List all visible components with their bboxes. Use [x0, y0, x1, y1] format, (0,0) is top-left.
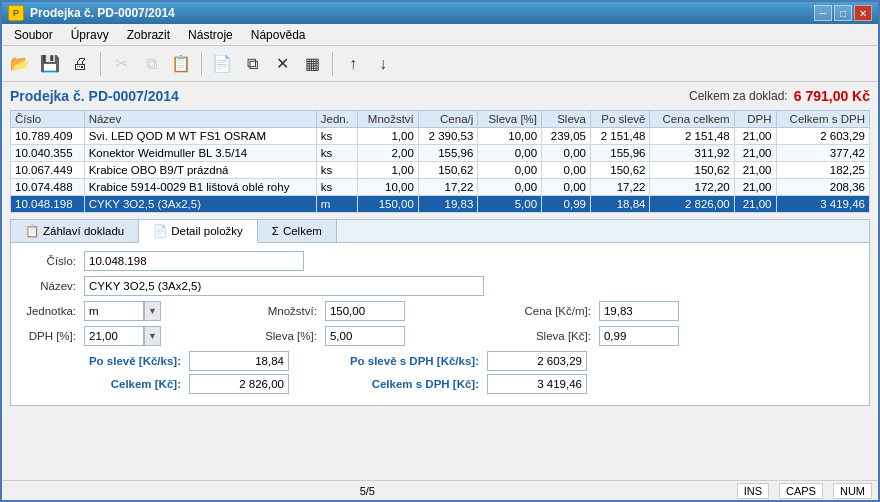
summary-section: Po slevě [Kč/ks]: Celkem [Kč]: Po slevě …	[21, 351, 859, 397]
po-sleve-dph-input[interactable]	[487, 351, 587, 371]
table-cell: 2 151,48	[650, 128, 734, 145]
cislo-label: Číslo:	[21, 255, 76, 267]
tab-zahlavi-icon: 📋	[25, 224, 39, 238]
table-cell: 18,84	[590, 196, 650, 213]
dph-dropdown[interactable]: ▼	[144, 326, 161, 346]
table-cell: 150,62	[650, 162, 734, 179]
sleva-kc-input[interactable]	[599, 326, 679, 346]
caps-indicator: CAPS	[779, 483, 823, 499]
po-sleve-label: Po slevě [Kč/ks]:	[21, 355, 181, 367]
celkem-input[interactable]	[189, 374, 289, 394]
table-cell: 150,62	[590, 162, 650, 179]
table-row[interactable]: 10.048.198CYKY 3O2,5 (3Ax2,5)m150,0019,8…	[11, 196, 870, 213]
menu-soubor[interactable]: Soubor	[6, 26, 61, 44]
cena-label: Cena [Kč/m]:	[501, 305, 591, 317]
table-cell: 2 390,53	[418, 128, 478, 145]
tab-celkem-icon: Σ	[272, 225, 279, 237]
table-cell: 1,00	[357, 128, 418, 145]
grid-button[interactable]: ▦	[298, 50, 326, 78]
toolbar-sep-2	[201, 52, 202, 76]
table-cell: ks	[316, 145, 357, 162]
form-row-cislo: Číslo:	[21, 251, 859, 271]
table-cell: 172,20	[650, 179, 734, 196]
table-cell: 377,42	[776, 145, 870, 162]
sleva-pct-input[interactable]	[325, 326, 405, 346]
tab-zahlavi-label: Záhlaví dokladu	[43, 225, 124, 237]
title-bar: P Prodejka č. PD-0007/2014 ─ □ ✕	[2, 2, 878, 24]
tab-panel: 📋 Záhlaví dokladu 📄 Detail položky Σ Cel…	[10, 219, 870, 406]
toolbar-sep-3	[332, 52, 333, 76]
print-button[interactable]: 🖨	[66, 50, 94, 78]
jednotka-dropdown[interactable]: ▼	[144, 301, 161, 321]
col-po-sleve: Po slevě	[590, 111, 650, 128]
po-sleve-dph-label: Po slevě s DPH [Kč/ks]:	[319, 355, 479, 367]
table-row[interactable]: 10.040.355Konektor Weidmuller BL 3.5/14k…	[11, 145, 870, 162]
main-window: P Prodejka č. PD-0007/2014 ─ □ ✕ Soubor …	[0, 0, 880, 502]
tab-celkem[interactable]: Σ Celkem	[258, 220, 337, 242]
table-cell: 10.067.449	[11, 162, 85, 179]
table-row[interactable]: 10.789.409Svi. LED QOD M WT FS1 OSRAMks1…	[11, 128, 870, 145]
copy-doc-button[interactable]: ⧉	[238, 50, 266, 78]
window-controls: ─ □ ✕	[814, 5, 872, 21]
table-cell: 10.040.355	[11, 145, 85, 162]
ins-indicator: INS	[737, 483, 769, 499]
cena-input[interactable]	[599, 301, 679, 321]
arrow-down-button[interactable]: ↓	[369, 50, 397, 78]
table-row[interactable]: 10.067.449Krabice OBO B9/T prázdnáks1,00…	[11, 162, 870, 179]
tab-zahlavi[interactable]: 📋 Záhlaví dokladu	[11, 220, 139, 242]
save-button[interactable]: 💾	[36, 50, 64, 78]
jednotka-label: Jednotka:	[21, 305, 76, 317]
table-cell: ks	[316, 162, 357, 179]
maximize-button[interactable]: □	[834, 5, 852, 21]
table-cell: 239,05	[542, 128, 591, 145]
table-cell: 0,00	[478, 179, 542, 196]
window-title: Prodejka č. PD-0007/2014	[30, 6, 175, 20]
menu-napoveda[interactable]: Nápověda	[243, 26, 314, 44]
tab-detail-label: Detail položky	[171, 225, 243, 237]
open-folder-button[interactable]: 📂	[6, 50, 34, 78]
table-cell: ks	[316, 179, 357, 196]
minimize-button[interactable]: ─	[814, 5, 832, 21]
po-sleve-input[interactable]	[189, 351, 289, 371]
total-label: Celkem za doklad:	[689, 89, 788, 103]
detail-tab-content: Číslo: Název: Jednotka: ▼ Množství:	[11, 243, 869, 405]
summary-celkem: Celkem [Kč]:	[21, 374, 289, 394]
jednotka-input[interactable]	[84, 301, 144, 321]
col-cena-j: Cena/j	[418, 111, 478, 128]
new-button[interactable]: 📄	[208, 50, 236, 78]
table-cell: 10,00	[478, 128, 542, 145]
table-cell: 0,00	[542, 179, 591, 196]
copy-button[interactable]: ⧉	[137, 50, 165, 78]
content-area: Prodejka č. PD-0007/2014 Celkem za dokla…	[2, 82, 878, 480]
table-cell: Krabice OBO B9/T prázdná	[84, 162, 316, 179]
form-row-multi2: DPH [%]: ▼ Sleva [%]: Sleva [Kč]:	[21, 326, 859, 346]
document-title: Prodejka č. PD-0007/2014	[10, 88, 179, 104]
page-indicator: 5/5	[360, 485, 375, 497]
dph-input[interactable]	[84, 326, 144, 346]
dph-label: DPH [%]:	[21, 330, 76, 342]
table-cell: 0,00	[542, 145, 591, 162]
table-cell: 311,92	[650, 145, 734, 162]
menu-zobrazit[interactable]: Zobrazit	[119, 26, 178, 44]
cislo-input[interactable]	[84, 251, 304, 271]
close-button[interactable]: ✕	[854, 5, 872, 21]
menu-nastroje[interactable]: Nástroje	[180, 26, 241, 44]
table-row[interactable]: 10.074.488Krabice 5914-0029 B1 lištová o…	[11, 179, 870, 196]
nazev-input[interactable]	[84, 276, 484, 296]
table-cell: 21,00	[734, 179, 776, 196]
tab-detail[interactable]: 📄 Detail položky	[139, 220, 258, 243]
celkem-dph-input[interactable]	[487, 374, 587, 394]
table-cell: 10.074.488	[11, 179, 85, 196]
paste-button[interactable]: 📋	[167, 50, 195, 78]
arrow-up-button[interactable]: ↑	[339, 50, 367, 78]
table-cell: 0,00	[478, 162, 542, 179]
cut-button[interactable]: ✂	[107, 50, 135, 78]
col-celkem-dph: Celkem s DPH	[776, 111, 870, 128]
delete-button[interactable]: ✕	[268, 50, 296, 78]
summary-celkem-dph: Celkem s DPH [Kč]:	[319, 374, 587, 394]
menu-upravy[interactable]: Úpravy	[63, 26, 117, 44]
document-total: Celkem za doklad: 6 791,00 Kč	[689, 88, 870, 104]
mnozstvi-input[interactable]	[325, 301, 405, 321]
table-cell: ks	[316, 128, 357, 145]
sleva-kc-label: Sleva [Kč]:	[501, 330, 591, 342]
